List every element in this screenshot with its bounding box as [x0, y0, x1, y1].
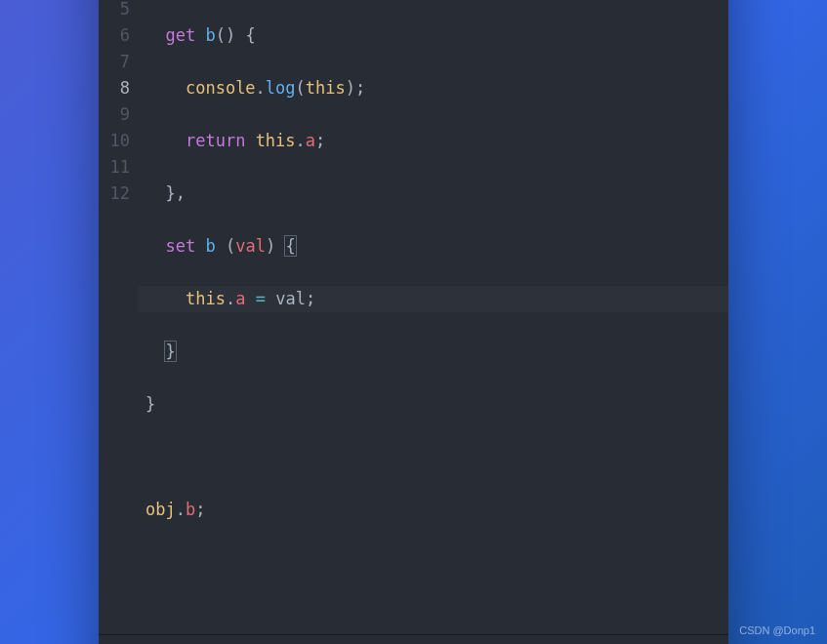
- code-line: set b (val) {: [145, 233, 728, 260]
- line-number: 12: [99, 181, 130, 207]
- code-line: }: [145, 391, 728, 418]
- terminal-panel: 终端 问题 输出 调试控制台 GITLENS [Running] node "e…: [99, 634, 728, 645]
- code-line: },: [145, 181, 728, 207]
- code-line: }: [145, 339, 728, 365]
- line-number: 9: [99, 101, 130, 128]
- watermark: CSDN @Donp1: [739, 624, 815, 636]
- line-number: 11: [99, 154, 130, 181]
- panel-tabs: 终端 问题 输出 调试控制台 GITLENS: [99, 635, 728, 645]
- code-line: console.log(this);: [145, 75, 728, 101]
- code-line: get b() {: [145, 22, 728, 49]
- code-line: [145, 549, 728, 576]
- line-gutter: 1 2 3 4 5 6 7 8 9 10 11 12: [99, 0, 145, 628]
- line-number: 5: [99, 0, 130, 22]
- line-number: 10: [99, 128, 130, 154]
- line-number: 6: [99, 22, 130, 49]
- line-number: 8: [99, 75, 130, 101]
- editor-window: 1 2 3 4 5 6 7 8 9 10 11 12 const obj = {…: [99, 0, 728, 644]
- code-line: this.a = val;: [138, 286, 728, 312]
- code-line: obj.b;: [145, 497, 728, 523]
- code-line: return this.a;: [145, 128, 728, 154]
- line-number: 7: [99, 49, 130, 75]
- code-editor[interactable]: 1 2 3 4 5 6 7 8 9 10 11 12 const obj = {…: [99, 0, 728, 634]
- code-line: [145, 444, 728, 470]
- code-area[interactable]: const obj = { a: 123, get b() { console.…: [145, 0, 728, 628]
